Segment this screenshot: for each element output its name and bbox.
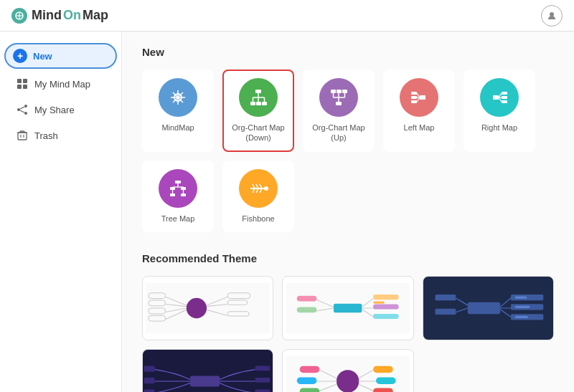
tree-map-label: Tree Map [161,214,195,224]
svg-point-10 [24,112,27,115]
fishbone-icon [239,169,278,208]
svg-line-49 [499,93,502,97]
svg-rect-90 [297,307,317,312]
svg-rect-97 [373,301,385,303]
svg-point-122 [337,370,359,392]
trash-icon [16,129,29,142]
svg-rect-119 [255,378,270,383]
svg-rect-94 [373,304,398,309]
svg-rect-40 [411,96,417,99]
svg-line-44 [417,97,420,102]
org-chart-down-icon [239,78,278,117]
svg-rect-46 [502,92,507,95]
sidebar-item-my-share-label: My Share [34,105,75,115]
svg-point-8 [24,105,27,107]
sidebar: + New My Mind Map My Share Trash [0,32,122,392]
svg-rect-96 [373,314,398,319]
sidebar-item-my-share[interactable]: My Share [4,97,117,122]
theme-card-5[interactable] [282,349,413,392]
svg-rect-116 [144,378,155,383]
sidebar-item-new-label: New [33,51,52,62]
main-layout: + New My Mind Map My Share Trash N [0,32,574,392]
svg-rect-33 [342,90,347,93]
map-card-left-map[interactable]: Left Map [383,70,455,152]
svg-rect-88 [297,296,317,302]
svg-rect-48 [502,100,507,103]
svg-rect-117 [144,389,155,392]
map-card-org-chart-down[interactable]: Org-Chart Map(Down) [222,70,294,152]
logo-text-on: On [63,8,81,23]
svg-rect-114 [190,376,220,386]
svg-rect-92 [373,295,398,300]
sidebar-item-trash[interactable]: Trash [4,123,117,148]
svg-rect-55 [170,193,175,196]
svg-rect-99 [467,302,499,314]
sidebar-item-my-mind-map[interactable]: My Mind Map [4,72,117,96]
svg-rect-47 [502,96,507,99]
org-chart-down-label: Org-Chart Map(Down) [232,123,284,143]
theme-card-3[interactable] [423,276,554,340]
theme-card-4[interactable] [142,349,273,392]
map-card-mindmap[interactable]: MindMap [142,70,214,152]
themes-grid [142,276,554,392]
svg-rect-120 [255,389,270,392]
svg-rect-126 [297,377,317,383]
svg-rect-39 [411,92,417,95]
svg-rect-69 [146,282,270,333]
svg-rect-130 [373,366,393,373]
svg-rect-5 [23,79,27,83]
svg-rect-13 [18,133,27,140]
user-icon[interactable] [541,5,563,27]
map-types-grid: MindMap Org-Chart Map(Down) Org-Chart Ma… [142,70,554,232]
svg-rect-108 [514,316,527,318]
svg-line-42 [417,93,420,97]
org-chart-up-label: Org-Chart Map (Up) [310,123,367,143]
content-area: New MindMap Org-Chart Map(Down) [122,32,574,392]
svg-rect-134 [373,388,393,392]
svg-rect-6 [17,85,22,89]
sidebar-item-trash-label: Trash [34,130,58,141]
svg-rect-52 [175,181,181,183]
left-map-icon [400,78,438,117]
svg-point-70 [187,298,207,318]
svg-rect-132 [376,377,396,383]
map-card-tree-map[interactable]: Tree Map [142,161,214,232]
svg-rect-45 [493,95,499,100]
map-card-right-map[interactable]: Right Map [464,70,535,152]
tree-map-icon [159,169,197,208]
theme-card-1[interactable] [142,276,273,340]
org-chart-up-icon [319,78,358,117]
fishbone-label: Fishbone [242,214,274,224]
svg-rect-30 [336,102,342,105]
right-map-icon [480,78,519,117]
sidebar-item-new[interactable]: + New [4,43,117,69]
left-map-label: Left Map [404,123,435,133]
svg-rect-23 [250,102,255,105]
svg-point-9 [17,108,20,111]
svg-rect-86 [334,304,362,313]
sidebar-item-my-mind-map-label: My Mind Map [34,79,90,90]
svg-rect-7 [23,85,27,89]
logo-text-mind: Mind [32,8,62,23]
logo-text-map: Map [83,8,108,23]
header: MindOnMap [0,0,574,32]
right-map-label: Right Map [481,123,517,133]
svg-rect-56 [181,193,186,196]
svg-rect-41 [411,100,417,103]
map-card-org-chart-up[interactable]: Org-Chart Map (Up) [303,70,375,152]
svg-rect-106 [514,296,526,298]
svg-rect-128 [300,388,320,392]
mindmap-label: MindMap [161,123,194,133]
map-card-fishbone[interactable]: Fishbone [222,161,294,232]
mindmap-icon [159,78,197,117]
grid-icon [16,77,29,90]
svg-rect-118 [255,365,270,371]
svg-rect-124 [300,366,320,373]
svg-rect-32 [337,90,342,93]
share-icon [16,103,29,116]
svg-rect-31 [331,90,336,93]
svg-rect-107 [514,306,530,308]
svg-point-68 [264,186,268,191]
theme-card-2[interactable] [282,276,413,340]
plus-icon: + [13,49,27,63]
